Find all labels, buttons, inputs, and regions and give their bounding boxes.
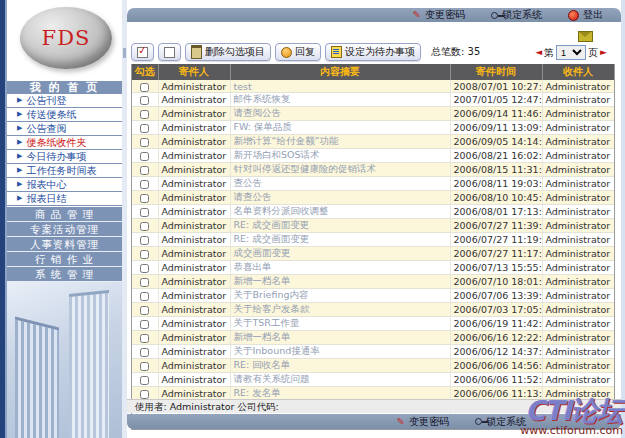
- set-todo-button[interactable]: 设定为待办事项: [325, 43, 421, 61]
- column-header[interactable]: 内容摘要: [230, 64, 450, 80]
- table-row: AdministratorFW: 保单品质2006/09/11 13:09:52…: [132, 121, 614, 135]
- select-all-button[interactable]: [131, 43, 154, 61]
- subject-link[interactable]: 关于TSR工作量: [230, 317, 450, 331]
- row-checkbox[interactable]: [140, 320, 149, 329]
- sidebar-item[interactable]: ▶公告查阅: [7, 122, 122, 136]
- trash-icon: [191, 45, 202, 59]
- subject-link[interactable]: 请查公告: [230, 191, 450, 205]
- subject-link[interactable]: 请教有关系统问题: [230, 373, 450, 387]
- time-cell: 2006/07/27 11:19:06: [450, 233, 542, 247]
- table-header-row: 勾选寄件人内容摘要寄件时间收件人: [132, 64, 614, 80]
- subject-link[interactable]: 针对叫停返还型健康险的促销话术: [230, 163, 450, 177]
- row-checkbox[interactable]: [140, 124, 149, 133]
- subject-link[interactable]: RE: 成交画面变更: [230, 219, 450, 233]
- row-checkbox[interactable]: [140, 138, 149, 147]
- subject-link[interactable]: RE: 回收名单: [230, 359, 450, 373]
- pager-prefix-label: 第: [544, 46, 554, 60]
- column-header[interactable]: 勾选: [132, 64, 158, 80]
- envelope-icon[interactable]: [578, 31, 593, 42]
- subject-link[interactable]: 邮件系统恢复: [230, 93, 450, 107]
- sidebar-section[interactable]: 行 销 作 业: [7, 252, 122, 267]
- sidebar-item[interactable]: ▶报表中心: [7, 178, 122, 192]
- row-checkbox[interactable]: [140, 348, 149, 357]
- sidebar-item[interactable]: ▶公告刊登: [7, 94, 122, 108]
- subject-link[interactable]: 关于Briefing内容: [230, 289, 450, 303]
- sidebar-item[interactable]: ▶传送便条纸: [7, 108, 122, 122]
- delete-checked-button[interactable]: 删除勾选项目: [185, 43, 271, 61]
- row-checkbox[interactable]: [140, 110, 149, 119]
- row-checkbox[interactable]: [140, 83, 149, 92]
- row-checkbox[interactable]: [140, 334, 149, 343]
- bar-link-label: 变更密码: [409, 415, 449, 429]
- subject-link[interactable]: 请查阅公告: [230, 107, 450, 121]
- subject-link[interactable]: test: [230, 80, 450, 93]
- sidebar-item[interactable]: ▶今日待办事项: [7, 150, 122, 164]
- subject-link[interactable]: 成交画面变更: [230, 247, 450, 261]
- row-checkbox[interactable]: [140, 278, 149, 287]
- row-checkbox[interactable]: [140, 166, 149, 175]
- subject-link[interactable]: FW: 保单品质: [230, 121, 450, 135]
- row-checkbox[interactable]: [140, 264, 149, 273]
- bar-link-logout[interactable]: 登出: [568, 8, 603, 22]
- subject-link[interactable]: 新开场白和SOS话术: [230, 149, 450, 163]
- row-checkbox[interactable]: [140, 222, 149, 231]
- row-checkbox[interactable]: [140, 306, 149, 315]
- subject-link[interactable]: 恭喜出单: [230, 261, 450, 275]
- prev-page-arrow-icon[interactable]: ◄: [535, 48, 542, 57]
- next-page-arrow-icon[interactable]: ►: [600, 48, 607, 57]
- column-header[interactable]: 寄件人: [158, 64, 230, 80]
- row-checkbox[interactable]: [140, 208, 149, 217]
- table-row: Administrator新增计算“给付金额”功能2006/09/05 14:1…: [132, 135, 614, 149]
- subject-link[interactable]: RE: 成交画面变更: [230, 233, 450, 247]
- todo-note-icon: [331, 46, 342, 58]
- row-checkbox[interactable]: [140, 292, 149, 301]
- column-header[interactable]: 寄件时间: [450, 64, 542, 80]
- fds-application-window: FDS 我 的 首 页 ▶公告刊登▶传送便条纸▶公告查阅▶便条纸收件夹▶今日待办…: [0, 0, 625, 438]
- buildings-image: [7, 282, 122, 438]
- row-checkbox[interactable]: [140, 180, 149, 189]
- unchecked-box-icon: [164, 47, 175, 58]
- row-checkbox[interactable]: [140, 194, 149, 203]
- sidebar-section[interactable]: 专案活动管理: [7, 222, 122, 237]
- page-select[interactable]: 1: [556, 45, 586, 60]
- sidebar-item[interactable]: ▶便条纸收件夹: [7, 136, 122, 150]
- sidebar-section[interactable]: 商 品 管 理: [7, 207, 122, 222]
- sidebar-item-label: 报表中心: [26, 178, 66, 191]
- reply-button[interactable]: 回复: [275, 43, 321, 61]
- row-checkbox[interactable]: [140, 362, 149, 371]
- bar-link-key[interactable]: 锁定系统: [491, 8, 542, 22]
- bar-link-key[interactable]: 锁定系统: [475, 415, 526, 429]
- bar-link-pencil[interactable]: ✎变更密码: [397, 415, 449, 429]
- sidebar-item[interactable]: ▶工作任务时间表: [7, 164, 122, 178]
- bar-link-pencil[interactable]: ✎变更密码: [413, 8, 465, 22]
- table-row: Administrator关于给客户发条款2006/07/03 17:05:05…: [132, 303, 614, 317]
- table-row: Administrator请查阅公告2006/09/14 11:46:20Adm…: [132, 107, 614, 121]
- deselect-all-button[interactable]: [158, 43, 181, 61]
- arrow-right-icon: ▶: [17, 111, 22, 118]
- row-checkbox[interactable]: [140, 152, 149, 161]
- sidebar-section[interactable]: 系 统 管 理: [7, 267, 122, 282]
- subject-link[interactable]: 新增一档名单: [230, 275, 450, 289]
- subject-link[interactable]: 新增一档名单: [230, 331, 450, 345]
- total-count-label: 总笔数: 35: [431, 45, 480, 59]
- sender-cell: Administrator: [158, 163, 230, 177]
- row-checkbox[interactable]: [140, 376, 149, 385]
- sidebar-section[interactable]: 人事资料管理: [7, 237, 122, 252]
- subject-link[interactable]: 关于给客户发条款: [230, 303, 450, 317]
- subject-link[interactable]: 新增计算“给付金额”功能: [230, 135, 450, 149]
- row-checkbox[interactable]: [140, 250, 149, 259]
- sidebar-item[interactable]: ▶报表日结: [7, 192, 122, 206]
- column-header[interactable]: 收件人: [542, 64, 614, 80]
- subject-link[interactable]: 名单资料分派回收调整: [230, 205, 450, 219]
- table-row: Administrator关于TSR工作量2006/06/19 11:42:53…: [132, 317, 614, 331]
- subject-link[interactable]: 查公告: [230, 177, 450, 191]
- row-checkbox[interactable]: [140, 96, 149, 105]
- logout-icon: [568, 10, 579, 21]
- time-cell: 2006/07/13 15:55:47: [450, 261, 542, 275]
- sender-cell: Administrator: [158, 331, 230, 345]
- recipient-cell: Administrator: [542, 247, 614, 261]
- time-cell: 2006/07/27 11:39:33: [450, 219, 542, 233]
- row-checkbox[interactable]: [140, 236, 149, 245]
- table-row: Administrator邮件系统恢复2007/01/05 12:47:09Ad…: [132, 93, 614, 107]
- subject-link[interactable]: 关于Inbound接通率: [230, 345, 450, 359]
